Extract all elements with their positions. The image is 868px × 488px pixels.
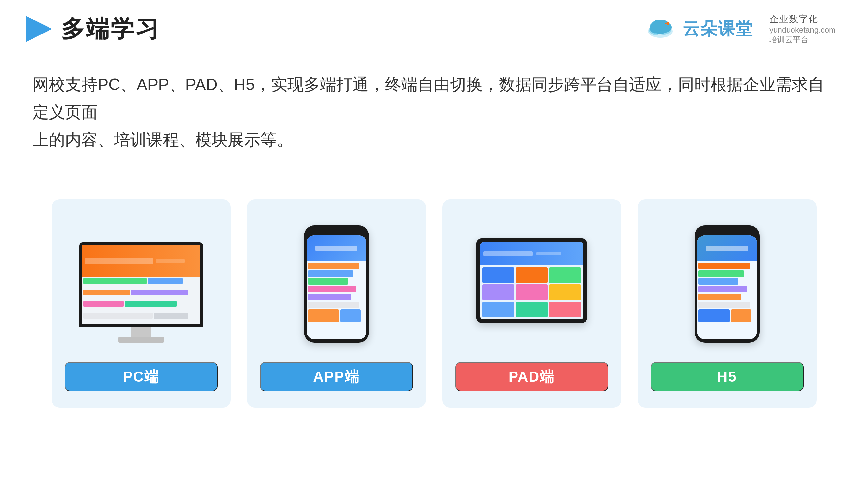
logo-url: yunduoketang.com: [769, 25, 835, 34]
app-image-area: [260, 219, 413, 343]
card-pad: PAD端: [442, 199, 621, 408]
pc-label-button[interactable]: PC端: [65, 362, 218, 391]
description-line1: 网校支持PC、APP、PAD、H5，实现多端打通，终端自由切换，数据同步跨平台自…: [33, 71, 835, 126]
card-app: APP端: [247, 199, 426, 408]
header-left: 多端学习: [26, 13, 160, 44]
h5-label-button[interactable]: H5: [651, 362, 804, 391]
logo-area: 云朵课堂 企业数字化 yunduoketang.com 培训云平台: [646, 13, 835, 45]
monitor-neck: [131, 327, 151, 337]
card-h5: H5: [638, 199, 816, 408]
h5-phone-mockup: [694, 225, 760, 343]
monitor-body: [80, 242, 203, 327]
logo-tag2: 培训云平台: [769, 34, 835, 45]
header: 多端学习 云朵课堂 企业数字化 yunduoketang.com 培训云平台: [0, 0, 868, 45]
logo-main-text: 云朵课堂: [683, 18, 753, 40]
logo-tag1: 企业数字化: [769, 13, 835, 25]
pad-label-button[interactable]: PAD端: [455, 362, 608, 391]
cards-container: PC端: [0, 167, 868, 408]
page-title: 多端学习: [61, 13, 160, 44]
card-pc: PC端: [52, 199, 231, 408]
app-label-button[interactable]: APP端: [260, 362, 413, 391]
pad-image-area: [455, 219, 608, 343]
pad-mockup: [476, 238, 587, 323]
pc-image-area: [65, 219, 218, 343]
description-line2: 上的内容、培训课程、模块展示等。: [33, 126, 835, 154]
svg-marker-0: [26, 16, 52, 42]
logo-sub: 企业数字化 yunduoketang.com 培训云平台: [764, 13, 835, 45]
svg-point-8: [666, 22, 670, 25]
play-icon: [26, 16, 52, 42]
monitor-base: [119, 337, 164, 343]
description-block: 网校支持PC、APP、PAD、H5，实现多端打通，终端自由切换，数据同步跨平台自…: [0, 45, 868, 154]
monitor-screen: [82, 245, 200, 324]
cloud-icon: [646, 18, 675, 40]
app-phone-mockup: [304, 225, 369, 343]
h5-image-area: [651, 219, 804, 343]
